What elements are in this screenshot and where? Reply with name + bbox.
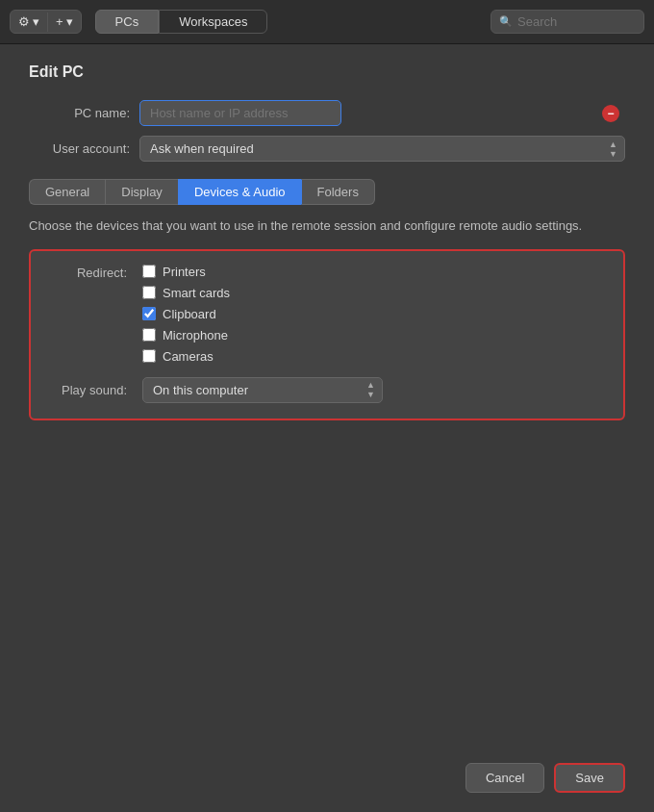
bottom-bar: Cancel Save	[465, 763, 625, 793]
tab-folders[interactable]: Folders	[301, 179, 375, 205]
clipboard-label: Clipboard	[163, 307, 216, 321]
smartcards-checkbox[interactable]	[142, 286, 156, 299]
save-button[interactable]: Save	[554, 763, 625, 793]
play-sound-label: Play sound:	[46, 383, 133, 397]
redirect-row: Redirect: Printers Smart cards Clipboard…	[46, 265, 608, 364]
plus-icon: +	[56, 14, 63, 29]
pc-name-error-btn[interactable]: −	[602, 105, 619, 122]
search-input[interactable]	[517, 14, 633, 29]
gear-button[interactable]: ⚙ ▾	[11, 11, 47, 33]
cancel-button[interactable]: Cancel	[465, 763, 544, 793]
play-sound-select[interactable]: On this computer On remote computer Neve…	[142, 377, 383, 403]
play-sound-select-wrapper: On this computer On remote computer Neve…	[142, 377, 383, 403]
tab-general[interactable]: General	[29, 179, 105, 205]
smartcards-checkbox-row[interactable]: Smart cards	[142, 286, 230, 300]
toolbar: ⚙ ▾ + ▾ PCs Workspaces 🔍	[0, 0, 654, 44]
pc-name-label: PC name:	[29, 106, 139, 120]
page-title: Edit PC	[29, 63, 625, 81]
devices-audio-description: Choose the devices that you want to use …	[29, 216, 625, 236]
pcs-tab[interactable]: PCs	[95, 10, 160, 34]
printers-checkbox[interactable]	[142, 265, 156, 278]
clipboard-checkbox[interactable]	[142, 307, 156, 320]
clipboard-checkbox-row[interactable]: Clipboard	[142, 307, 230, 321]
tab-devices-audio[interactable]: Devices & Audio	[178, 179, 301, 205]
gear-chevron-icon: ▾	[33, 14, 39, 29]
add-button[interactable]: + ▾	[48, 11, 81, 33]
cameras-label: Cameras	[163, 349, 214, 364]
main-content: Edit PC PC name: − User account: Ask whe…	[0, 44, 654, 440]
section-tabs: General Display Devices & Audio Folders	[29, 179, 625, 205]
play-sound-row: Play sound: On this computer On remote c…	[46, 377, 608, 403]
printers-label: Printers	[163, 265, 206, 279]
gear-icon: ⚙	[18, 14, 30, 29]
checkboxes-col: Printers Smart cards Clipboard Microphon…	[142, 265, 230, 364]
search-box: 🔍	[490, 10, 644, 34]
tab-display[interactable]: Display	[105, 179, 178, 205]
pc-name-input[interactable]	[139, 100, 341, 126]
user-account-select-wrapper: Ask when required ▲ ▼	[139, 136, 625, 162]
pc-name-input-wrapper: −	[139, 100, 625, 126]
redirect-box: Redirect: Printers Smart cards Clipboard…	[29, 249, 625, 420]
microphone-checkbox-row[interactable]: Microphone	[142, 328, 230, 343]
microphone-label: Microphone	[163, 328, 228, 343]
pc-name-row: PC name: −	[29, 100, 625, 126]
redirect-label: Redirect:	[46, 265, 133, 280]
microphone-checkbox[interactable]	[142, 328, 156, 342]
printers-checkbox-row[interactable]: Printers	[142, 265, 230, 279]
cameras-checkbox[interactable]	[142, 349, 156, 363]
smartcards-label: Smart cards	[163, 286, 230, 300]
gear-plus-group: ⚙ ▾ + ▾	[10, 10, 82, 34]
cameras-checkbox-row[interactable]: Cameras	[142, 349, 230, 364]
user-account-row: User account: Ask when required ▲ ▼	[29, 136, 625, 162]
user-account-select[interactable]: Ask when required	[139, 136, 625, 162]
add-chevron-icon: ▾	[66, 14, 73, 29]
main-tab-group: PCs Workspaces	[95, 10, 268, 34]
search-icon: 🔍	[499, 15, 513, 28]
user-account-label: User account:	[29, 141, 139, 156]
workspaces-tab[interactable]: Workspaces	[159, 10, 267, 34]
